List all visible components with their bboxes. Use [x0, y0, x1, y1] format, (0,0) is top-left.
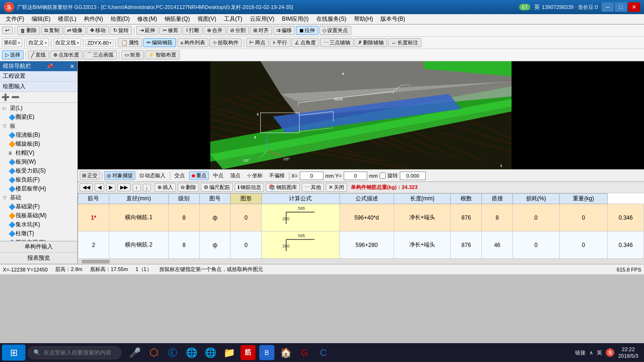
- rebar-library-button[interactable]: 📚 钢筋图库: [266, 183, 300, 192]
- nav-up[interactable]: ↑: [132, 184, 141, 191]
- menu-help[interactable]: 帮助(H): [350, 14, 377, 24]
- smart-place-button[interactable]: ⚡ 智能布置: [145, 50, 180, 59]
- select-button[interactable]: ▷ 选择: [2, 50, 24, 59]
- merge-button[interactable]: ⊕ 合并: [204, 26, 226, 35]
- taskbar-browser1[interactable]: ⬡: [146, 345, 161, 360]
- menu-online[interactable]: 在线服务(S): [313, 14, 350, 24]
- no-offset-toggle[interactable]: 不偏移: [267, 171, 287, 180]
- menu-view[interactable]: 视图(V): [194, 14, 220, 24]
- sidebar-item-ring-beam[interactable]: 🔷 圈梁(E): [7, 113, 76, 122]
- steel-dropdown[interactable]: ZDYX-80 ▾: [85, 39, 114, 47]
- sidebar-item-column-pier[interactable]: 🔷 柱墩(T): [7, 229, 76, 238]
- orthogonal-toggle[interactable]: ⊞ 正交: [80, 171, 100, 180]
- taskbar-app5[interactable]: C: [316, 345, 331, 360]
- set-grip-button[interactable]: ◇ 设置夹点: [319, 26, 351, 35]
- coord-snap[interactable]: ⊹ 坐标: [245, 171, 265, 180]
- table-row[interactable]: 2 横向钢筋.2 8 ф 0 595 280: [78, 231, 644, 259]
- component-list-button[interactable]: ≡ 构件列表: [177, 38, 208, 47]
- nav-last[interactable]: ▶▶: [117, 183, 131, 191]
- extend-button[interactable]: ⇥ 延伸: [136, 26, 158, 35]
- taskbar-browser2[interactable]: Ⓔ: [165, 345, 180, 360]
- midpoint-snap[interactable]: ◆ 重点: [189, 171, 209, 180]
- menu-file[interactable]: 文件(F): [2, 14, 28, 24]
- close-button[interactable]: ✕: [628, 2, 640, 12]
- taskbar-browser3[interactable]: 🌐: [184, 345, 199, 360]
- rect-button[interactable]: ▭ 矩形: [121, 50, 144, 59]
- parallel-btn[interactable]: ⊧ 平行: [270, 38, 290, 47]
- taskbar-folder[interactable]: 📁: [222, 345, 237, 360]
- sidebar-pin-icon[interactable]: 📌: [46, 63, 53, 70]
- task-search-box[interactable]: 🔍 在这里输入你要搜索的内容: [27, 346, 122, 359]
- point-length-button[interactable]: ⊕ 点加长度: [50, 50, 83, 59]
- two-point-btn[interactable]: ⊢ 两点: [246, 38, 269, 47]
- type-dropdown[interactable]: 自定义 ▾: [26, 38, 49, 47]
- move-button[interactable]: ✥ 移动: [87, 26, 109, 35]
- sidebar-item-floor-band[interactable]: 🔷 楼层板带(H): [7, 184, 76, 193]
- intersection-snap[interactable]: 交点: [172, 171, 187, 180]
- x-input[interactable]: [300, 172, 323, 180]
- mirror-button[interactable]: ⇌ 镜像: [64, 26, 86, 35]
- y-input[interactable]: [344, 172, 367, 180]
- close-table-button[interactable]: ✕ 关闭: [326, 183, 347, 192]
- dynamic-input-toggle[interactable]: ⊡ 动态输入: [137, 171, 168, 180]
- properties-button[interactable]: 📋 属性: [118, 38, 142, 47]
- auto-config-button[interactable]: ⚙ 编尺配筋: [201, 183, 233, 192]
- rebar-info-button[interactable]: ℹ 钢筋信息: [235, 183, 264, 192]
- offset-button[interactable]: ⇉ 偏移: [273, 26, 295, 35]
- length-mark-btn[interactable]: ↔ 长度标注: [388, 38, 421, 47]
- menu-version[interactable]: 版本号(B): [377, 14, 409, 24]
- layer-dropdown[interactable]: 第6层 ▾: [2, 38, 22, 47]
- menu-floor[interactable]: 楼层(L): [54, 14, 80, 24]
- angle-btn[interactable]: ∠ 点角度: [291, 38, 319, 47]
- taskbar-app1[interactable]: 筋: [240, 345, 256, 360]
- stretch-button[interactable]: ◼ 拉伸: [296, 26, 318, 35]
- taskbar-mic[interactable]: 🎤: [127, 345, 142, 360]
- edit-rebar-button[interactable]: ✏ 编辑钢筋: [143, 38, 176, 47]
- break-button[interactable]: ⌇ 打断: [182, 26, 203, 35]
- nav-first[interactable]: ◀◀: [80, 183, 93, 191]
- object-snap-toggle[interactable]: ◎ 对象捕捉: [104, 171, 135, 180]
- sidebar-item-column-cap[interactable]: ≡ 柱帽(V): [7, 148, 76, 157]
- sidebar-item-slab[interactable]: ▽ 板: [1, 122, 76, 131]
- menu-component[interactable]: 构件(N): [80, 14, 107, 24]
- line-dropdown[interactable]: 自定义线 ▾: [53, 38, 81, 47]
- menu-tools[interactable]: 工具(T): [220, 14, 246, 24]
- sidebar-item-foundation[interactable]: ▽ 基础: [1, 193, 76, 202]
- sidebar-item-slab-rebar[interactable]: 🔷 板受力筋(S): [7, 166, 76, 175]
- copy-button[interactable]: ⧉ 复制: [41, 26, 63, 35]
- rotate-input[interactable]: [400, 172, 426, 180]
- taskbar-browser4[interactable]: 🌐: [203, 345, 218, 360]
- taskbar-app2[interactable]: B: [259, 345, 274, 360]
- taskbar-app4[interactable]: G: [297, 345, 312, 360]
- delete-row-button[interactable]: ⊖ 删除: [178, 183, 199, 192]
- three-point-btn[interactable]: ⋯ 三点辅轴: [320, 38, 354, 47]
- line-button[interactable]: ╱ 直线: [28, 50, 49, 59]
- sidebar-close-icon[interactable]: ✕: [70, 63, 74, 70]
- menu-rebar-qty[interactable]: 钢筋量(Q): [161, 14, 193, 24]
- minimize-button[interactable]: ─: [602, 2, 614, 12]
- endpoint-snap[interactable]: 顶点: [228, 171, 243, 180]
- start-button[interactable]: ⊞: [2, 345, 25, 361]
- horizontal-scrollbar[interactable]: [78, 258, 644, 264]
- report-preview[interactable]: 报表预览: [0, 253, 77, 264]
- table-row[interactable]: 1* 横向钢筋.1 8 ф 0 595 280: [78, 204, 644, 231]
- pick-component-button[interactable]: ⊹ 拾取构件: [209, 38, 242, 47]
- rotate-checkbox[interactable]: [380, 173, 386, 179]
- nav-prev[interactable]: ◀: [95, 183, 104, 191]
- center-snap[interactable]: 中点: [211, 171, 226, 180]
- delete-button[interactable]: 🗑 删除: [17, 26, 40, 35]
- sidebar-item-raft[interactable]: 🔶 筏板基础(M): [7, 211, 76, 220]
- sidebar-item-cast-slab[interactable]: 🔷 现浇板(B): [7, 131, 76, 140]
- arc-button[interactable]: ⌒ 三点画弧: [83, 50, 117, 59]
- rotate-button[interactable]: ↻ 旋转: [110, 26, 132, 35]
- menu-edit[interactable]: 编辑(E): [28, 14, 54, 24]
- maximize-button[interactable]: □: [615, 2, 627, 12]
- drawing-input[interactable]: 绘图输入: [0, 82, 77, 92]
- menu-bim[interactable]: BIM应用(I): [278, 14, 313, 24]
- menu-modify[interactable]: 修改(M): [133, 14, 161, 24]
- sidebar-item-neg-rebar[interactable]: 🔷 板负筋(F): [7, 175, 76, 184]
- minus-icon[interactable]: ➖: [11, 93, 19, 101]
- tray-arrow[interactable]: ∧: [589, 350, 593, 356]
- sidebar-item-spiral-slab[interactable]: 🔶 螺旋板(B): [7, 140, 76, 148]
- menu-cloud[interactable]: 云应用(V): [246, 14, 278, 24]
